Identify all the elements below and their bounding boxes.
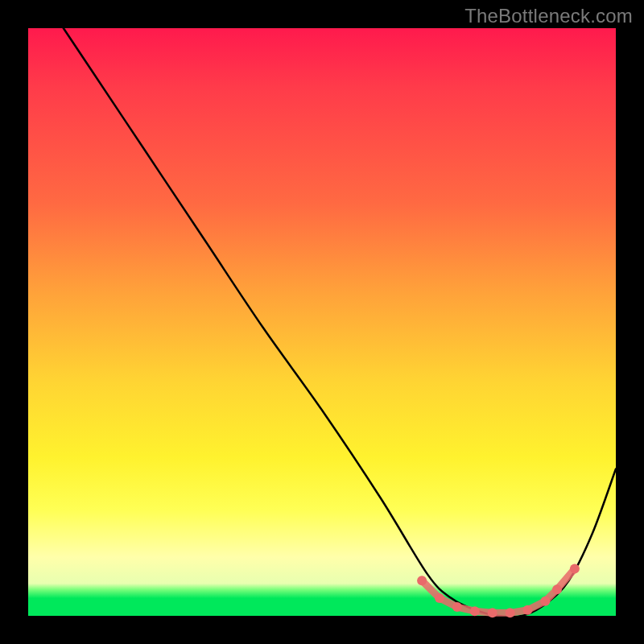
curve-layer <box>28 28 616 616</box>
highlight-dot <box>488 608 497 617</box>
bottleneck-curve <box>64 28 616 617</box>
highlight-dot <box>540 597 550 606</box>
highlight-dot <box>470 606 480 616</box>
chart-frame: TheBottleneck.com <box>0 0 644 644</box>
highlight-underline <box>422 569 575 613</box>
highlight-dot <box>552 584 562 594</box>
gradient-plot-area <box>28 28 616 616</box>
highlight-dot <box>570 564 580 574</box>
highlight-dot <box>417 576 427 585</box>
watermark-text: TheBottleneck.com <box>464 5 633 27</box>
highlight-dot <box>506 608 515 617</box>
highlight-dot <box>523 605 533 615</box>
highlight-dot <box>452 602 462 612</box>
highlight-dot <box>435 593 444 603</box>
